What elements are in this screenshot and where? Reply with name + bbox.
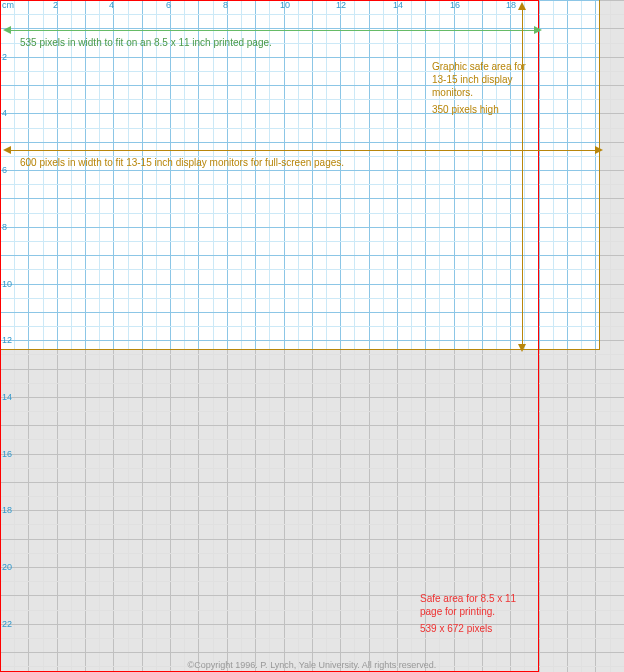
brown-arrow-right-icon <box>595 146 603 154</box>
copyright-text: ©Copyright 1996. P. Lynch, Yale Universi… <box>0 660 624 670</box>
green-width-arrow <box>10 30 535 31</box>
diagram-canvas: cm 24681012141618 246810121416182022 535… <box>0 0 624 672</box>
green-arrow-left-icon <box>3 26 11 34</box>
red-safe-area-text: Safe area for 8.5 x 11 page for printing… <box>420 592 540 635</box>
green-width-label: 535 pixels in width to fit on an 8.5 x 1… <box>20 36 520 49</box>
red-safe-line2: page for printing. <box>420 606 495 617</box>
brown-safe-line2: 13-15 inch display <box>432 74 513 85</box>
brown-height-arrow <box>522 8 523 346</box>
brown-safe-line3: monitors. <box>432 87 473 98</box>
brown-width-arrow <box>10 150 596 151</box>
brown-arrow-left-icon <box>3 146 11 154</box>
brown-width-label: 600 pixels in width to fit 13-15 inch di… <box>20 156 580 169</box>
brown-safe-line4: 350 pixels high <box>432 103 499 116</box>
green-arrow-right-icon <box>534 26 542 34</box>
brown-safe-area-text: Graphic safe area for 13-15 inch display… <box>432 60 542 116</box>
red-safe-line1: Safe area for 8.5 x 11 <box>420 593 516 604</box>
brown-safe-line1: Graphic safe area for <box>432 61 526 72</box>
brown-arrow-up-icon <box>518 2 526 10</box>
brown-arrow-down-icon <box>518 344 526 352</box>
red-safe-line3: 539 x 672 pixels <box>420 622 492 635</box>
